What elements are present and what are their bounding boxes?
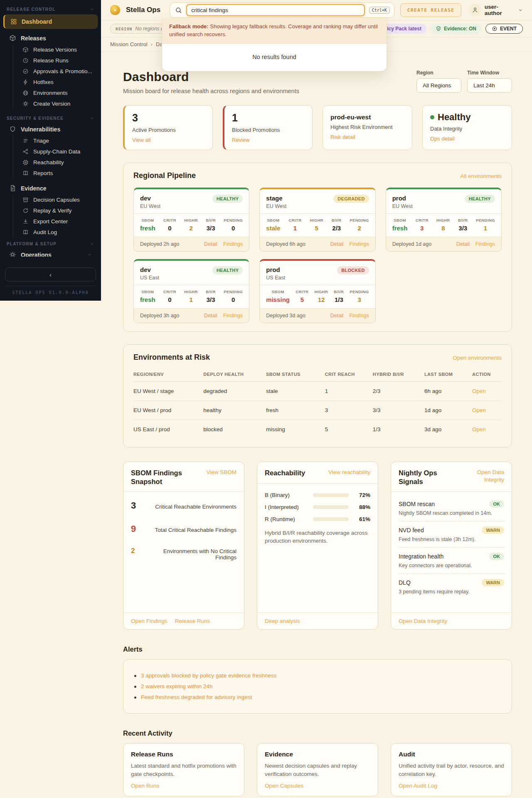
findings-link[interactable]: Findings: [349, 241, 369, 247]
sidebar-item-environments[interactable]: Environments: [18, 88, 99, 98]
sidebar-item-create-version[interactable]: Create Version: [18, 99, 99, 109]
sidebar-item-evidence[interactable]: Evidence: [3, 182, 98, 194]
open-data-integrity-link[interactable]: Open Data Integrity: [459, 469, 504, 483]
sidebar-item-reports[interactable]: Reports: [18, 168, 99, 178]
health-dot: [430, 115, 434, 119]
evidence-chip[interactable]: Evidence: ON: [431, 24, 481, 34]
findings-link[interactable]: Findings: [349, 313, 369, 319]
time-window-select[interactable]: Last 24h: [467, 78, 512, 93]
open-environments-link[interactable]: Open environments: [453, 355, 502, 361]
recent-card-title: Release Runs: [131, 751, 236, 758]
sidebar-item-triage[interactable]: Triage: [18, 136, 99, 146]
event-chip-label: EVENT: [500, 26, 517, 32]
open-capsules-link[interactable]: Open Capsules: [265, 783, 303, 789]
search-input[interactable]: [191, 7, 360, 13]
open-findings-link[interactable]: Open Findings: [131, 618, 167, 624]
archive-icon: [22, 197, 29, 203]
sidebar-item-replay-verify[interactable]: Replay & Verify: [18, 205, 99, 216]
stat-header: SBOM: [140, 289, 155, 294]
avatar: [469, 4, 481, 16]
user-menu[interactable]: user-author: [469, 4, 523, 16]
bolt-icon: [22, 79, 29, 85]
risk-detail-link[interactable]: Risk detail: [330, 134, 355, 140]
sidebar-item-release-versions[interactable]: Release Versions: [18, 44, 99, 55]
all-environments-link[interactable]: All environments: [460, 173, 502, 179]
ops-detail-link[interactable]: Ops detail: [430, 136, 455, 142]
open-data-integrity-footer-link[interactable]: Open Data Integrity: [399, 618, 447, 624]
detail-link[interactable]: Detail: [330, 241, 343, 247]
stat-header: B/I/R: [332, 218, 342, 222]
regional-pipeline-panel: Regional Pipeline All environments dev E…: [123, 163, 512, 332]
findings-link[interactable]: Findings: [223, 241, 243, 247]
view-reachability-link[interactable]: View reachability: [328, 469, 370, 476]
signal-status-badge: OK: [489, 553, 505, 560]
sidebar-section-release-control[interactable]: RELEASE CONTROL: [0, 3, 101, 14]
detail-link[interactable]: Detail: [204, 313, 217, 319]
sidebar-item-operations[interactable]: Operations: [3, 249, 98, 257]
sidebar-collapse-button[interactable]: ‹: [5, 267, 96, 282]
release-runs-link[interactable]: Release Runs: [175, 618, 210, 624]
breadcrumb-separator: ›: [151, 41, 153, 47]
open-link[interactable]: Open: [472, 407, 486, 413]
sidebar-item-export-center[interactable]: Export Center: [18, 216, 99, 227]
breadcrumb-mission-control[interactable]: Mission Control: [110, 41, 148, 47]
review-link[interactable]: Review: [232, 137, 250, 143]
sidebar-item-dashboard[interactable]: Dashboard: [3, 15, 98, 29]
view-all-link[interactable]: View all: [132, 137, 151, 143]
sidebar-item-release-runs[interactable]: Release Runs: [18, 55, 99, 66]
create-release-button[interactable]: CREATE RELEASE: [400, 3, 462, 17]
signal-item: SBOM rescanOK Nightly SBOM rescan comple…: [399, 500, 504, 516]
status-badge: HEALTHY: [465, 195, 495, 203]
global-search[interactable]: Ctrl+K: [170, 2, 394, 18]
sidebar-item-operations-clipped: Operations: [0, 248, 101, 257]
col-header: CRIT REACH: [325, 368, 373, 382]
alert-link[interactable]: 3 approvals blocked by policy gate evide…: [134, 672, 501, 679]
alert-link[interactable]: Feed freshness degraded for advisory ing…: [134, 694, 501, 700]
signal-desc: Feed freshness is stale (3h 12m).: [399, 536, 504, 542]
sidebar-item-supply-chain-data[interactable]: Supply-Chain Data: [18, 146, 99, 157]
sidebar-item-vulnerabilities[interactable]: Vulnerabilities: [3, 123, 98, 135]
sidebar-item-reachability[interactable]: Reachability: [18, 157, 99, 168]
page-title: Dashboard: [123, 70, 299, 84]
sidebar-subgroup-releases: Release Versions Release Runs Approvals …: [13, 44, 101, 109]
chevron-down-icon: [87, 252, 92, 257]
detail-link[interactable]: Detail: [204, 241, 217, 247]
sidebar-item-decision-capsules[interactable]: Decision Capsules: [18, 195, 99, 205]
summary-value: Healthy: [438, 112, 470, 123]
detail-link[interactable]: Detail: [456, 241, 470, 247]
findings-link[interactable]: Findings: [475, 241, 495, 247]
open-audit-log-link[interactable]: Open Audit Log: [399, 783, 437, 789]
region-select[interactable]: All Regions: [416, 78, 461, 93]
open-link[interactable]: Open: [472, 388, 486, 394]
reachability-note: Hybrid B/I/R reachability coverage acros…: [265, 529, 370, 545]
sidebar-section-security-evidence[interactable]: SECURITY & EVIDENCE: [0, 112, 101, 123]
stat-header: HIGHR: [184, 218, 198, 222]
view-sbom-link[interactable]: View SBOM: [206, 469, 236, 476]
stat-header: PENDING: [224, 289, 243, 294]
reachability-bar-row: R (Runtime) 61%: [265, 516, 370, 522]
findings-link[interactable]: Findings: [223, 313, 243, 319]
stat-header: CRITR: [296, 289, 308, 294]
sidebar-item-label: Evidence: [21, 185, 46, 192]
sidebar-item-audit-log[interactable]: Audit Log: [18, 227, 99, 237]
sidebar-item-label: Hotfixes: [33, 79, 54, 85]
event-chip[interactable]: EVENT: [485, 24, 523, 34]
sidebar-item-approvals-promotions[interactable]: Approvals & Promotio...: [18, 66, 99, 77]
stat-header: CRITR: [288, 218, 301, 222]
pipeline-row-2: dev US East HEALTHY SBOMfresh CRITR0 HIG…: [133, 259, 502, 323]
stat-value: fresh: [392, 225, 408, 232]
stat-value: 2: [184, 225, 198, 232]
sidebar-section-label: PLATFORM & SETUP: [7, 242, 57, 246]
sidebar-item-hotfixes[interactable]: Hotfixes: [18, 77, 99, 87]
alert-link[interactable]: 2 waivers expiring within 24h: [134, 683, 501, 689]
open-runs-link[interactable]: Open Runs: [131, 783, 159, 789]
open-link[interactable]: Open: [472, 426, 486, 432]
no-results-message: No results found: [162, 44, 387, 71]
deep-analysis-link[interactable]: Deep analysis: [265, 618, 300, 624]
sidebar-section-platform-setup[interactable]: PLATFORM & SETUP: [0, 238, 101, 248]
env-name: dev: [140, 266, 159, 273]
stat-value: 0: [224, 225, 243, 232]
sidebar-item-releases[interactable]: Releases: [3, 32, 98, 44]
stat-value: 3/3: [458, 225, 468, 232]
detail-link[interactable]: Detail: [330, 313, 343, 319]
